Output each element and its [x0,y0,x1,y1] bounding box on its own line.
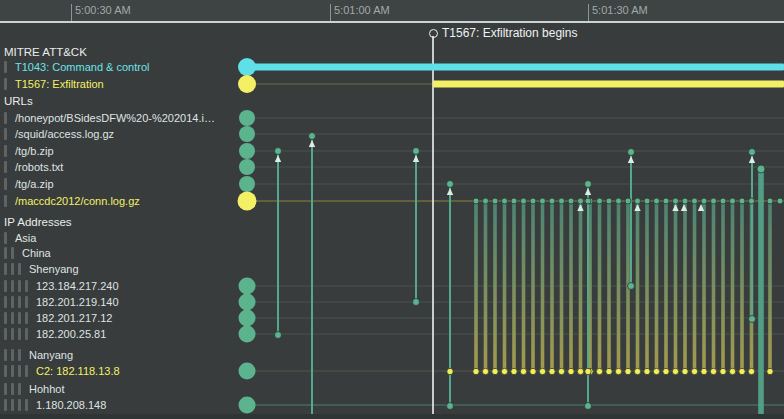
event-dot[interactable] [628,149,635,156]
row-marker-dot[interactable] [239,310,256,327]
event-dot[interactable] [749,316,756,323]
transfer-bar[interactable] [655,203,659,369]
event-dot-c2[interactable] [691,368,697,374]
event-dot[interactable] [692,198,698,204]
event-dot[interactable] [739,198,745,204]
tree-item[interactable]: 182.200.25.81 [0,327,240,341]
transfer-bar[interactable] [522,203,526,369]
event-dot[interactable] [625,198,631,204]
transfer-bar[interactable] [503,203,507,369]
event-dot[interactable] [540,198,546,204]
tree-item[interactable]: /maccdc2012/conn.log.gz [0,194,240,208]
transfer-bar[interactable] [484,203,488,369]
transfer-bar[interactable] [607,203,611,369]
annotation-t1567[interactable]: T1567: Exfiltration begins [429,26,577,40]
transfer-bar[interactable] [474,203,478,369]
event-dot-c2[interactable] [625,368,631,374]
row-marker-dot[interactable] [239,363,256,380]
event-dot[interactable] [701,198,707,204]
span-bar-exfiltration[interactable] [433,81,784,88]
event-dot[interactable] [628,283,635,290]
tree-item[interactable]: /tg/b.zip [0,144,240,158]
event-dot-c2[interactable] [520,368,526,374]
event-dot[interactable] [682,198,688,204]
row-marker-dot[interactable] [238,75,256,93]
row-marker-dot[interactable] [239,126,255,142]
event-dot-c2[interactable] [447,368,453,374]
transfer-bar[interactable] [550,203,554,369]
tree-header[interactable]: MITRE ATT&CK [0,45,240,59]
event-dot[interactable] [606,198,612,204]
transfer-bar[interactable] [579,203,583,369]
row-marker-dot[interactable] [239,159,255,175]
event-dot[interactable] [559,198,565,204]
event-dot-c2[interactable] [729,368,735,374]
event-dot-c2[interactable] [501,368,507,374]
event-dot[interactable] [644,198,650,204]
span-bar-command-control[interactable] [247,64,784,71]
event-dot-c2[interactable] [530,368,536,374]
event-dot-c2[interactable] [672,368,678,374]
event-dot-c2[interactable] [606,368,612,374]
event-dot[interactable] [749,149,756,156]
event-dot-c2[interactable] [615,368,621,374]
tree-item[interactable]: 123.184.217.240 [0,279,240,293]
event-dot[interactable] [530,198,536,204]
row-marker-dot[interactable] [239,294,256,311]
tree-item[interactable]: Nanyang [0,348,240,362]
tree-item[interactable]: /tg/a.zip [0,177,240,191]
event-dot[interactable] [663,198,669,204]
event-dot-c2[interactable] [634,368,640,374]
tree-header[interactable]: IP Addresses [0,215,240,229]
event-dot[interactable] [549,198,555,204]
transfer-bar[interactable] [664,203,668,369]
event-dot-c2[interactable] [644,368,650,374]
row-marker-dot[interactable] [239,176,255,192]
event-dot-c2[interactable] [710,368,716,374]
event-dot[interactable] [275,148,282,155]
event-dot-c2[interactable] [739,368,745,374]
event-dot[interactable] [483,198,489,204]
event-dot[interactable] [413,299,420,306]
tree-item[interactable]: /robots.txt [0,160,240,174]
transfer-bar[interactable] [531,203,535,369]
event-dot[interactable] [673,198,679,204]
event-dot[interactable] [511,198,517,204]
transfer-bar[interactable] [768,203,772,369]
event-dot-c2[interactable] [701,368,707,374]
tree-item[interactable]: /squid/access.log.gz [0,127,240,141]
event-dot[interactable] [749,198,755,204]
transfer-bar[interactable] [541,203,545,369]
event-dot[interactable] [502,198,508,204]
event-dot[interactable] [413,148,420,155]
event-dot[interactable] [521,198,527,204]
event-dot-c2[interactable] [492,368,498,374]
tree-item[interactable]: 182.201.217.12 [0,311,240,325]
row-marker-dot[interactable] [239,143,255,159]
event-dot-c2[interactable] [511,368,517,374]
event-dot[interactable] [568,198,574,204]
event-dot[interactable] [730,198,736,204]
event-dot[interactable] [585,181,592,188]
event-dot-c2[interactable] [549,368,555,374]
row-marker-dot[interactable] [238,58,256,76]
transfer-bar[interactable] [569,203,573,369]
tree-item[interactable]: T1567: Exfiltration [0,77,240,91]
transfer-bar[interactable] [693,203,697,369]
event-dot[interactable] [275,332,282,339]
event-dot[interactable] [585,403,592,410]
event-dot[interactable] [616,198,622,204]
transfer-bar[interactable] [598,203,602,369]
tree-item[interactable]: China [0,246,240,260]
transfer-bar[interactable] [512,203,516,369]
event-dot-c2[interactable] [596,368,602,374]
event-dot-c2[interactable] [663,368,669,374]
event-dot[interactable] [767,198,773,204]
transfer-bar[interactable] [636,203,640,369]
event-dot-c2[interactable] [767,368,773,374]
event-dot-c2[interactable] [473,368,479,374]
event-dot-c2[interactable] [539,368,545,374]
transfer-bar[interactable] [560,203,564,369]
transfer-bar[interactable] [674,203,678,369]
tree-item[interactable]: Shenyang [0,262,240,276]
